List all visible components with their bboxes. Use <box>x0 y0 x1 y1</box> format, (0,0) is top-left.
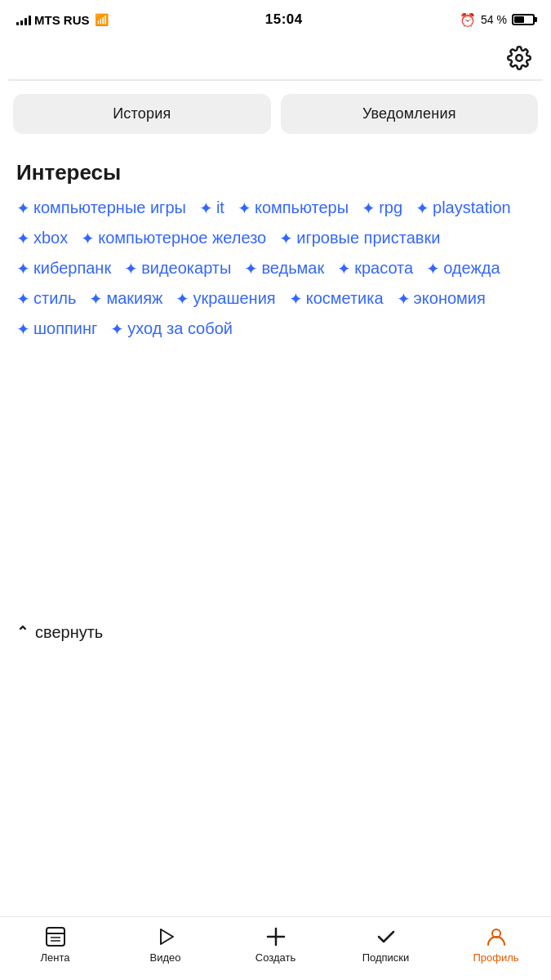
interest-label: rpg <box>379 198 402 217</box>
top-bar <box>0 36 551 79</box>
nav-label-create: Создать <box>256 951 295 964</box>
svg-marker-5 <box>161 929 173 944</box>
interest-label: уход за собой <box>127 319 233 338</box>
clock: 15:04 <box>265 11 303 28</box>
carrier-name: MTS RUS <box>34 13 90 27</box>
interest-item[interactable]: ✦игровые приставки <box>279 229 440 247</box>
nav-label-subscriptions: Подписки <box>362 951 410 964</box>
interest-label: компьютеры <box>255 198 349 217</box>
interest-label: playstation <box>433 198 511 217</box>
interests-section: Интересы ✦компьютерные игры✦it✦компьютер… <box>0 147 551 613</box>
create-icon <box>264 925 287 948</box>
interest-item[interactable]: ✦компьютеры <box>238 198 349 217</box>
interest-label: шоппинг <box>33 319 97 338</box>
interest-label: киберпанк <box>33 259 111 278</box>
interest-label: ведьмак <box>261 259 324 278</box>
interest-label: красота <box>354 259 413 278</box>
interest-item[interactable]: ✦xbox <box>16 229 68 247</box>
interest-item[interactable]: ✦it <box>199 198 224 217</box>
interest-star-icon: ✦ <box>337 261 351 277</box>
interest-star-icon: ✦ <box>16 261 30 277</box>
settings-button[interactable] <box>504 42 535 76</box>
interest-item[interactable]: ✦макияж <box>89 289 162 308</box>
interest-item[interactable]: ✦playstation <box>415 198 511 217</box>
interest-star-icon: ✦ <box>279 230 293 247</box>
interest-star-icon: ✦ <box>16 200 30 216</box>
interest-item[interactable]: ✦видеокарты <box>124 259 231 278</box>
nav-item-profile[interactable]: Профиль <box>441 925 551 964</box>
battery-icon <box>512 14 535 25</box>
interest-item[interactable]: ✦экономия <box>397 289 486 308</box>
interest-label: украшения <box>193 289 275 308</box>
interest-label: компьютерное железо <box>98 229 266 247</box>
interest-label: экономия <box>414 289 486 308</box>
interest-star-icon: ✦ <box>415 200 429 216</box>
interest-label: одежда <box>443 259 500 278</box>
battery-percent: 54 % <box>481 13 507 26</box>
interest-star-icon: ✦ <box>289 291 303 307</box>
alarm-icon: ⏰ <box>460 12 476 28</box>
interest-label: компьютерные игры <box>33 198 186 217</box>
interest-item[interactable]: ✦красота <box>337 259 413 278</box>
interest-star-icon: ✦ <box>199 200 213 216</box>
interest-star-icon: ✦ <box>16 291 30 307</box>
history-tab[interactable]: История <box>13 94 271 134</box>
nav-item-feed[interactable]: Лента <box>0 925 110 964</box>
interest-label: косметика <box>306 289 384 308</box>
profile-icon <box>485 925 508 948</box>
interest-star-icon: ✦ <box>124 261 138 277</box>
carrier-signal: MTS RUS 📶 <box>16 13 109 27</box>
interest-star-icon: ✦ <box>16 230 30 247</box>
interest-star-icon: ✦ <box>426 261 440 277</box>
notifications-tab[interactable]: Уведомления <box>281 94 539 134</box>
interest-star-icon: ✦ <box>110 321 124 337</box>
subscriptions-icon <box>375 925 398 948</box>
interest-star-icon: ✦ <box>176 291 189 307</box>
nav-label-profile: Профиль <box>473 951 518 964</box>
interest-item[interactable]: ✦косметика <box>289 289 384 308</box>
interest-item[interactable]: ✦украшения <box>176 289 275 308</box>
interest-item[interactable]: ✦шоппинг <box>16 319 97 338</box>
interests-title: Интересы <box>16 160 535 185</box>
tab-buttons: История Уведомления <box>0 81 551 147</box>
video-icon <box>154 925 177 948</box>
nav-item-create[interactable]: Создать <box>220 925 331 964</box>
interest-label: игровые приставки <box>296 229 440 247</box>
interest-item[interactable]: ✦компьютерное железо <box>81 229 266 247</box>
svg-rect-1 <box>47 928 64 946</box>
interest-item[interactable]: ✦ведьмак <box>244 259 324 278</box>
interest-item[interactable]: ✦уход за собой <box>110 319 233 338</box>
signal-icon <box>16 14 31 25</box>
wifi-icon: 📶 <box>95 13 109 26</box>
interest-star-icon: ✦ <box>16 321 30 337</box>
interest-item[interactable]: ✦одежда <box>426 259 500 278</box>
interest-label: xbox <box>33 229 68 247</box>
nav-label-feed: Лента <box>41 951 70 964</box>
nav-item-subscriptions[interactable]: Подписки <box>331 925 441 964</box>
interest-label: макияж <box>106 289 162 308</box>
interest-label: it <box>216 198 224 217</box>
feed-icon <box>44 925 67 948</box>
svg-point-0 <box>516 55 522 61</box>
interest-item[interactable]: ✦киберпанк <box>16 259 111 278</box>
battery-area: ⏰ 54 % <box>460 12 535 28</box>
interest-star-icon: ✦ <box>238 200 251 216</box>
interest-label: видеокарты <box>141 259 231 278</box>
interest-item[interactable]: ✦компьютерные игры <box>16 198 186 217</box>
gear-icon <box>507 46 531 70</box>
interest-star-icon: ✦ <box>89 291 103 307</box>
interests-list: ✦компьютерные игры✦it✦компьютеры✦rpg✦pla… <box>16 198 535 346</box>
interest-item[interactable]: ✦стиль <box>16 289 76 308</box>
collapse-row[interactable]: ⌃ свернуть <box>0 613 551 658</box>
battery-fill <box>514 16 524 23</box>
bottom-nav: Лента Видео Создать Подписки Профиль <box>0 916 551 980</box>
nav-label-video: Видео <box>150 951 181 964</box>
collapse-label: свернуть <box>35 623 103 642</box>
interest-star-icon: ✦ <box>397 291 411 307</box>
interest-star-icon: ✦ <box>244 261 258 277</box>
status-bar: MTS RUS 📶 15:04 ⏰ 54 % <box>0 0 551 36</box>
interest-item[interactable]: ✦rpg <box>362 198 402 217</box>
nav-item-video[interactable]: Видео <box>110 925 220 964</box>
interest-star-icon: ✦ <box>362 200 375 216</box>
interest-label: стиль <box>33 289 76 308</box>
